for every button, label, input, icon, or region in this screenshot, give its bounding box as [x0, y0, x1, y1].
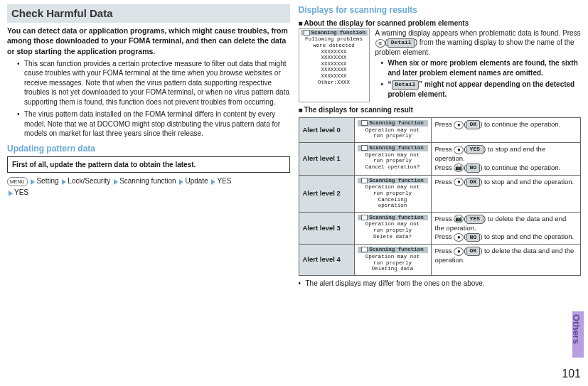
right-column: Displays for scanning results About the … [299, 4, 582, 288]
menu-navigation: MENU Setting Lock/Security Scanning func… [7, 176, 290, 198]
mini-screen-header: Scanning function [358, 178, 428, 184]
result-display-label: The displays for scanning result [299, 105, 582, 115]
mini-screen-body: Operation may not run properly Deleting … [358, 254, 428, 272]
arrow-icon [9, 191, 13, 196]
center-key-icon: ● [454, 178, 464, 186]
alert-footnote: The alert displays may differ from the o… [299, 279, 582, 289]
mini-screen-header: Scanning function [358, 247, 428, 253]
alert-level-cell: Alert level 1 [299, 143, 354, 176]
center-key-icon: ● [454, 121, 464, 129]
detail-softkey: Detail [387, 38, 415, 48]
table-row: Alert level 3 Scanning functionOperation… [299, 212, 581, 245]
no-softkey: NO [466, 163, 481, 173]
alert-level-cell: Alert level 3 [299, 212, 354, 245]
mini-screen-header: Scanning function [358, 120, 428, 127]
bullet-item: This scan function provides a certain pr… [17, 59, 290, 107]
mini-screen-body: Operation may not run properly Cancel op… [358, 152, 428, 171]
alert-screen-cell: Scanning functionOperation may not run p… [354, 175, 431, 212]
ok-softkey: OK [466, 178, 481, 187]
detail-softkey: Detail [392, 80, 419, 90]
center-key-icon: ● [454, 247, 464, 256]
sub-bullet: “Detail” might not appear depending on t… [381, 80, 582, 99]
menu-key-icon: MENU [7, 177, 28, 186]
displays-heading: Displays for scanning results [299, 4, 582, 16]
mini-screen-body: Following problems were detected XXXXXXX… [301, 36, 368, 85]
lead-paragraph: You can detect data or application progr… [7, 26, 290, 56]
feature-bullets: This scan function provides a certain pr… [7, 59, 290, 139]
alert-action-cell: Press ●(OK) to continue the operation. [431, 118, 581, 143]
arrow-icon [179, 179, 183, 185]
ok-softkey: OK [466, 120, 481, 129]
update-rule-box: First of all, update the pattern data to… [7, 156, 290, 173]
alert-screen-cell: Scanning functionOperation may not run p… [354, 118, 431, 143]
nav-step: YES [217, 177, 231, 185]
mini-screen-body: Operation may not run properly [358, 127, 428, 139]
bullet-item: The virus pattern data installed on the … [17, 109, 290, 139]
camera-key-icon: 📷 [454, 163, 464, 172]
alert-action-cell: Press 📷(YES) to delete the data and end … [431, 212, 581, 245]
mini-screen-header: Scanning function [301, 30, 368, 36]
table-row: Alert level 2 Scanning functionOperation… [299, 175, 581, 212]
camera-key-icon: 📷 [454, 215, 464, 223]
arrow-icon [62, 179, 66, 185]
left-column: Check Harmful Data You can detect data o… [7, 4, 290, 288]
section-title: Check Harmful Data [7, 4, 290, 23]
no-softkey: NO [466, 233, 481, 242]
alert-table: Alert level 0 Scanning functionOperation… [299, 117, 582, 276]
updating-subhead: Updating pattern data [7, 143, 290, 154]
center-key-icon: ● [454, 233, 464, 242]
mini-screen-header: Scanning function [358, 215, 428, 221]
nav-step: Scanning function [119, 177, 176, 185]
alert-screen-cell: Scanning functionOperation may not run p… [354, 143, 431, 176]
center-key-icon: ● [454, 146, 464, 154]
yes-softkey: YES [466, 145, 483, 154]
table-row: Alert level 0 Scanning functionOperation… [299, 118, 581, 143]
ok-softkey: OK [466, 247, 481, 256]
about-block: Scanning function Following problems wer… [299, 28, 582, 102]
alert-screen-cell: Scanning functionOperation may not run p… [354, 245, 431, 276]
alert-action-cell: Press ●(OK) to delete the data and end t… [431, 245, 581, 276]
page: Check Harmful Data You can detect data o… [7, 4, 581, 288]
alert-action-cell: Press ●(OK) to stop and end the operatio… [431, 175, 581, 212]
alert-screen-cell: Scanning functionOperation may not run p… [354, 212, 431, 245]
table-row: Alert level 4 Scanning functionOperation… [299, 245, 581, 276]
nav-step: Update [185, 177, 208, 185]
mini-screen-body: Operation may not run properly Delete da… [358, 221, 428, 240]
mini-screen-header: Scanning function [358, 145, 428, 151]
about-sub-bullets: When six or more problem elements are fo… [375, 58, 582, 99]
about-display-label: About the display for scanned problem el… [299, 18, 582, 28]
yes-softkey: YES [466, 215, 483, 224]
alert-action-cell: Press ●(YES) to stop and end the operati… [431, 143, 581, 176]
sub-bullet: When six or more problem elements are fo… [381, 58, 582, 77]
arrow-icon [31, 179, 35, 185]
mini-screen-body: Operation may not run properly Canceling… [358, 184, 428, 209]
table-row: Alert level 1 Scanning functionOperation… [299, 143, 581, 176]
arrow-icon [211, 179, 215, 185]
nav-step: Lock/Security [68, 177, 110, 185]
nav-step: YES [14, 188, 28, 196]
i-appli-key-icon: α [375, 39, 385, 48]
about-text-1: A warning display appears when problemat… [375, 29, 581, 37]
alert-level-cell: Alert level 0 [299, 118, 354, 143]
nav-step: Setting [36, 177, 58, 185]
about-text: A warning display appears when problemat… [375, 28, 582, 102]
alert-level-cell: Alert level 4 [299, 245, 354, 276]
alert-level-cell: Alert level 2 [299, 175, 354, 212]
arrow-icon [114, 179, 118, 185]
warning-mini-screen: Scanning function Following problems wer… [299, 28, 370, 102]
